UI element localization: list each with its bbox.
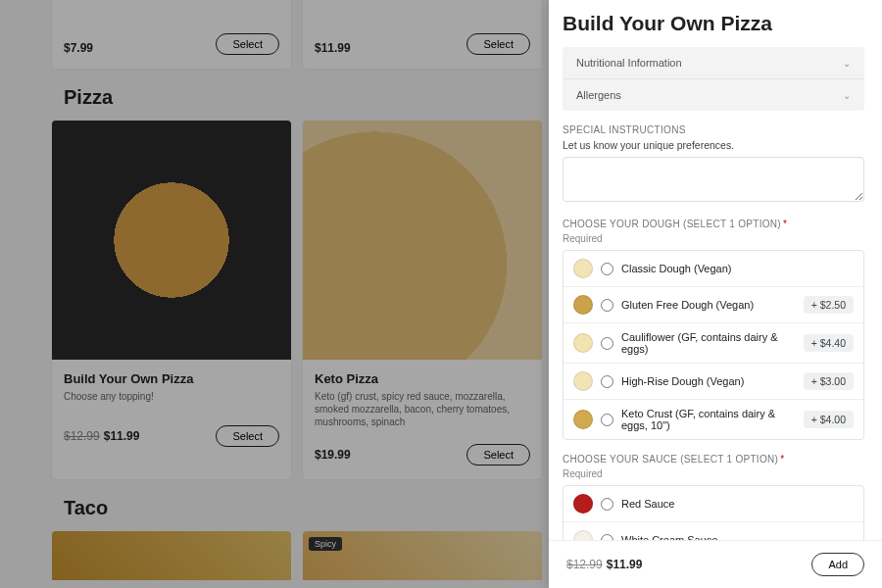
card-title: Keto Pizza [315,371,530,386]
accordion-allergens[interactable]: Allergens ⌄ [563,79,864,111]
pizza-image [52,121,291,360]
option-label: Red Sauce [621,498,854,510]
option-row[interactable]: Keto Crust (GF, contains dairy & eggs, 1… [564,400,863,439]
taco-image [52,531,291,580]
option-row[interactable]: Classic Dough (Vegan) [564,251,863,287]
option-row[interactable]: Cauliflower (GF, contains dairy & eggs)+… [564,323,863,364]
special-instructions-heading: SPECIAL INSTRUCTIONS [563,124,864,135]
chevron-down-icon: ⌄ [843,90,851,101]
menu-card[interactable]: Spicy [303,531,542,580]
required-label: Required [563,233,864,244]
select-button[interactable]: Select [466,33,530,55]
menu-card-stub: $7.99 Select [52,0,291,69]
select-button[interactable]: Select [216,33,279,55]
option-label: Cauliflower (GF, contains dairy & eggs) [621,331,796,355]
pizza-image [303,121,542,360]
color-swatch [573,295,593,315]
add-button[interactable]: Add [811,553,864,576]
option-row[interactable]: Gluten Free Dough (Vegan)+ $2.50 [564,287,863,323]
panel-title: Build Your Own Pizza [563,12,864,35]
chevron-down-icon: ⌄ [843,58,851,69]
option-row[interactable]: High-Rise Dough (Vegan)+ $3.00 [564,364,863,400]
special-instructions-sub: Let us know your unique preferences. [563,139,864,151]
option-label: Keto Crust (GF, contains dairy & eggs, 1… [621,408,796,431]
card-description: Keto (gf) crust, spicy red sauce, mozzar… [315,390,530,428]
accordion-nutrition[interactable]: Nutritional Information ⌄ [563,47,864,79]
option-row[interactable]: Red Sauce [564,486,863,522]
panel-footer: $12.99$11.99 Add [549,540,882,588]
dough-heading: CHOOSE YOUR DOUGH (Select 1 option)* [563,219,864,229]
card-title: Build Your Own Pizza [64,371,279,386]
option-price: + $4.00 [804,411,854,428]
color-swatch [573,410,593,429]
menu-card[interactable]: Keto Pizza Keto (gf) crust, spicy red sa… [303,121,542,479]
color-swatch [573,259,593,278]
option-label: Classic Dough (Vegan) [621,263,854,274]
menu-card-stub: $11.99 Select [303,0,542,69]
color-swatch [573,530,593,540]
option-radio[interactable] [601,337,613,350]
price: $12.99$11.99 [64,429,139,443]
color-swatch [573,371,593,391]
option-price: + $2.50 [804,296,854,314]
menu-card[interactable] [52,531,291,580]
taco-image: Spicy [303,531,542,580]
card-description: Choose any topping! [64,390,279,410]
panel-scroll[interactable]: Build Your Own Pizza Nutritional Informa… [549,0,882,540]
required-label: Required [563,468,864,479]
select-button[interactable]: Select [466,444,530,466]
dough-options: Classic Dough (Vegan)Gluten Free Dough (… [563,250,864,440]
sauce-heading: CHOOSE YOUR SAUCE (Select 1 option)* [563,454,864,465]
option-radio[interactable] [601,414,613,426]
option-radio[interactable] [601,263,613,275]
option-radio[interactable] [601,299,613,312]
footer-price: $12.99$11.99 [566,558,642,571]
option-radio[interactable] [601,498,613,511]
option-radio[interactable] [601,375,613,388]
option-label: Gluten Free Dough (Vegan) [621,299,796,311]
spicy-badge: Spicy [309,537,342,551]
option-price: + $3.00 [804,372,854,390]
price: $7.99 [64,41,93,55]
color-swatch [573,333,593,353]
select-button[interactable]: Select [216,425,279,447]
special-instructions-input[interactable] [563,157,864,202]
price: $11.99 [315,41,351,55]
color-swatch [573,494,593,514]
option-label: High-Rise Dough (Vegan) [621,375,796,387]
build-pizza-panel: Build Your Own Pizza Nutritional Informa… [549,0,882,588]
menu-card[interactable]: Build Your Own Pizza Choose any topping!… [52,121,291,479]
option-price: + $4.40 [804,334,854,352]
price: $19.99 [315,448,351,462]
sauce-options: Red SauceWhite Cream SauceSpicy Red Sauc… [563,485,864,540]
option-row[interactable]: White Cream Sauce [564,522,863,540]
info-accordion: Nutritional Information ⌄ Allergens ⌄ [563,47,864,111]
